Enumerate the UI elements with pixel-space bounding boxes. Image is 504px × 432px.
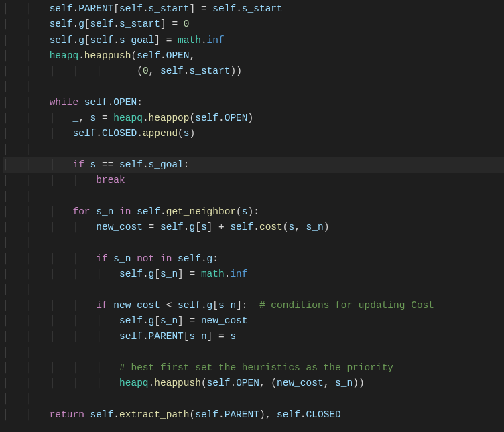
code-line[interactable]: │ │ <box>3 189 504 204</box>
code-line[interactable]: │ │ <box>3 282 504 297</box>
code-line[interactable]: │ │ │ │ │ self.PARENT[s_n] = s <box>3 329 504 344</box>
code-line[interactable]: │ │ heapq.heappush(self.OPEN, <box>3 48 504 64</box>
code-line[interactable]: │ │ │ │ │ # best first set the heuristic… <box>3 360 504 376</box>
code-line[interactable]: │ │ │ │ │ heapq.heappush(self.OPEN, (new… <box>3 376 504 391</box>
code-line[interactable]: │ │ <box>3 142 504 157</box>
code-line[interactable]: │ │ │ _, s = heapq.heappop(self.OPEN) <box>3 111 504 126</box>
code-line[interactable]: │ │ │ if s == self.s_goal: <box>3 157 504 173</box>
code-line[interactable]: │ │ return self.extract_path(self.PARENT… <box>3 407 504 423</box>
code-line[interactable]: │ │ │ │ if new_cost < self.g[s_n]: # con… <box>3 298 504 313</box>
code-line[interactable]: │ │ │ │ │ (0, self.s_start)) <box>3 64 504 79</box>
code-line[interactable]: │ │ <box>3 79 504 94</box>
code-line[interactable]: │ │ self.g[self.s_goal] = math.inf <box>3 33 504 48</box>
code-line[interactable]: │ │ │ │ if s_n not in self.g: <box>3 251 504 267</box>
code-line[interactable]: │ │ │ │ break <box>3 173 504 188</box>
code-editor[interactable]: │ │ self.PARENT[self.s_start] = self.s_s… <box>0 1 504 423</box>
code-line[interactable]: │ │ │ │ │ self.g[s_n] = new_cost <box>3 313 504 329</box>
code-line[interactable]: │ │ <box>3 345 504 360</box>
code-line[interactable]: │ │ while self.OPEN: <box>3 95 504 111</box>
code-line[interactable]: │ │ │ │ new_cost = self.g[s] + self.cost… <box>3 220 504 235</box>
code-line[interactable]: │ │ self.PARENT[self.s_start] = self.s_s… <box>3 1 504 17</box>
code-line[interactable]: │ │ <box>3 391 504 407</box>
code-line[interactable]: │ │ │ │ │ self.g[s_n] = math.inf <box>3 267 504 282</box>
code-line[interactable]: │ │ self.g[self.s_start] = 0 <box>3 17 504 32</box>
code-line[interactable]: │ │ │ self.CLOSED.append(s) <box>3 126 504 141</box>
code-line[interactable]: │ │ │ for s_n in self.get_neighbor(s): <box>3 204 504 220</box>
code-line[interactable]: │ │ <box>3 235 504 250</box>
